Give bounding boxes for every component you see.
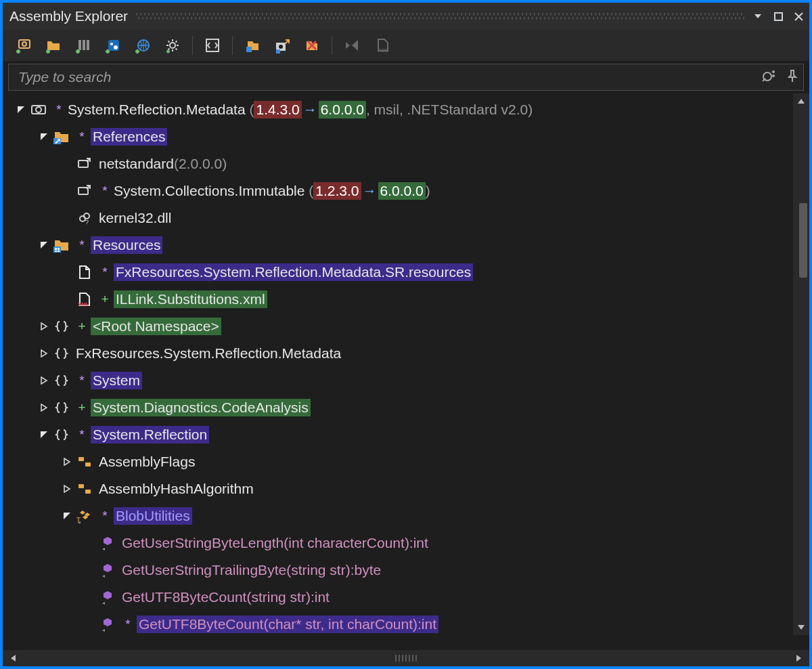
chevron-right-icon[interactable] (61, 483, 73, 495)
svg-text:?: ? (85, 219, 89, 225)
scrollbar-track[interactable] (793, 108, 809, 620)
method-internal-icon (99, 588, 116, 606)
svg-rect-4 (83, 40, 85, 50)
method-signature: GetUTF8ByteCount(char* str, int charCoun… (137, 616, 438, 633)
settings-button[interactable] (158, 31, 187, 60)
svg-point-21 (36, 107, 41, 112)
window-title: Assembly Explorer (9, 8, 128, 24)
method-getuserstringtrailingbyte[interactable]: GetUserStringTrailingByte(string str):by… (3, 557, 809, 584)
scroll-down-icon[interactable] (793, 620, 809, 635)
search-box[interactable] (8, 64, 804, 91)
assembly-icon (30, 101, 47, 118)
xml-file-icon: XML (76, 290, 93, 308)
open-nuget-button[interactable] (99, 31, 127, 60)
svg-rect-0 (775, 13, 782, 20)
delete-button[interactable] (298, 31, 326, 60)
scroll-right-icon[interactable] (789, 650, 809, 666)
chevron-down-icon[interactable] (38, 131, 50, 143)
namespace-reflection[interactable]: * System.Reflection (3, 421, 809, 448)
method-getuserstringbytelength[interactable]: GetUserStringByteLength(int characterCou… (3, 530, 809, 557)
scroll-up-icon[interactable] (793, 93, 809, 108)
add-assembly-button[interactable] (9, 31, 38, 60)
reference-sci[interactable]: * System.Collections.Immutable ( 1.2.3.0… (3, 177, 809, 204)
close-icon[interactable] (793, 11, 804, 22)
namespace-system[interactable]: * System (3, 367, 809, 394)
method-signature: GetUserStringByteLength(int characterCou… (122, 535, 428, 551)
version-new: 6.0.0.0 (319, 101, 366, 118)
method-getutf8bytecount-charptr[interactable]: * GetUTF8ByteCount(char* str, int charCo… (3, 611, 809, 638)
chevron-down-icon[interactable] (15, 104, 27, 116)
open-url-button[interactable] (129, 31, 157, 60)
horizontal-scrollbar[interactable] (0, 650, 812, 669)
chevron-down-icon[interactable] (38, 429, 50, 441)
vertical-scrollbar[interactable] (793, 93, 809, 635)
assembly-node[interactable]: * System.Reflection.Metadata ( 1.4.3.0 →… (3, 96, 809, 123)
view-references-button[interactable] (238, 31, 267, 60)
resource-name: ILLink.Substitutions.xml (114, 290, 267, 308)
chevron-down-icon[interactable] (61, 510, 73, 522)
svg-rect-36 (78, 484, 84, 488)
method-getutf8bytecount-string[interactable]: GetUTF8ByteCount(string str):int (3, 584, 809, 611)
references-node[interactable]: * References (3, 123, 809, 150)
maximize-icon[interactable] (773, 11, 784, 22)
type-name: AssemblyHashAlgorithm (99, 481, 254, 497)
resource-illink[interactable]: XML + ILLink.Substitutions.xml (3, 286, 809, 313)
namespace-icon (53, 372, 70, 389)
resources-node[interactable]: * Resources (3, 232, 809, 259)
namespace-root[interactable]: + <Root Namespace> (3, 313, 809, 340)
arrow-icon: → (361, 183, 378, 199)
open-gac-button[interactable] (69, 31, 97, 60)
svg-point-26 (84, 213, 89, 219)
reference-name: System.Collections.Immutable (114, 183, 304, 199)
resource-name: FxResources.System.Reflection.Metadata.S… (114, 263, 473, 281)
chevron-right-icon[interactable] (61, 456, 73, 468)
chevron-right-icon[interactable] (38, 320, 50, 332)
svg-rect-1 (19, 40, 30, 48)
reference-icon (76, 182, 93, 200)
reference-version: (2.0.0.0) (174, 156, 227, 172)
svg-point-2 (22, 42, 26, 46)
chevron-right-icon[interactable] (38, 374, 50, 387)
pin-icon[interactable] (787, 69, 798, 85)
assembly-name: System.Reflection.Metadata (68, 102, 246, 118)
modified-marker: * (76, 373, 88, 388)
resource-sr[interactable]: * FxResources.System.Reflection.Metadata… (3, 259, 809, 286)
type-assemblyhash[interactable]: AssemblyHashAlgorithm (3, 475, 809, 502)
search-options-icon[interactable] (761, 69, 777, 85)
chevron-right-icon[interactable] (38, 402, 50, 414)
reference-netstandard[interactable]: netstandard (2.0.0.0) (3, 150, 809, 177)
assembly-tree[interactable]: * System.Reflection.Metadata ( 1.4.3.0 →… (3, 93, 809, 650)
pdb-button[interactable]: PDB (367, 31, 396, 60)
export-button[interactable] (268, 31, 296, 60)
references-label: References (91, 128, 167, 146)
namespace-icon (53, 345, 70, 362)
svg-point-14 (279, 45, 283, 49)
modified-marker: * (53, 102, 65, 117)
namespace-diagnostics[interactable]: + System.Diagnostics.CodeAnalysis (3, 394, 809, 421)
type-blobutilities[interactable]: T * BlobUtilities (3, 502, 809, 530)
search-input[interactable] (18, 69, 761, 85)
type-name: AssemblyFlags (99, 454, 195, 470)
scrollbar-thumb[interactable] (799, 203, 807, 278)
svg-point-8 (114, 45, 118, 49)
svg-rect-37 (85, 490, 91, 494)
type-name: BlobUtilities (114, 507, 192, 525)
view-code-button[interactable] (198, 31, 227, 60)
modified-marker: * (99, 184, 111, 198)
namespace-name: System (91, 372, 142, 389)
chevron-right-icon[interactable] (38, 347, 50, 360)
scroll-left-icon[interactable] (3, 650, 23, 666)
svg-rect-3 (78, 40, 81, 50)
namespace-fxresources[interactable]: FxResources.System.Reflection.Metadata (3, 340, 809, 367)
resources-label: Resources (91, 236, 162, 254)
file-icon (76, 263, 93, 281)
vs-button[interactable] (338, 31, 366, 60)
version-old: 1.4.3.0 (254, 101, 301, 118)
open-folder-button[interactable] (39, 31, 68, 60)
type-assemblyflags[interactable]: AssemblyFlags (3, 448, 809, 475)
dropdown-icon[interactable] (752, 11, 763, 22)
namespace-name: FxResources.System.Reflection.Metadata (76, 345, 341, 362)
svg-rect-31 (55, 251, 57, 252)
chevron-down-icon[interactable] (38, 239, 50, 251)
reference-kernel32[interactable]: ? kernel32.dll (3, 204, 809, 232)
